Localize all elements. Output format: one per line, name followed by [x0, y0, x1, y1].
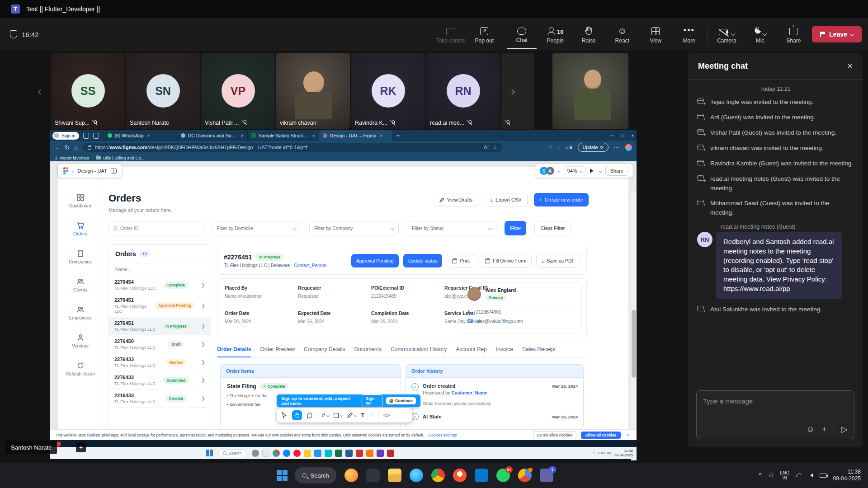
maximize-icon[interactable]: □ — [621, 133, 624, 138]
present-play-icon[interactable] — [590, 169, 596, 173]
tab-invoice[interactable]: Invoice — [496, 346, 513, 353]
tab-sales-receipt[interactable]: Sales Receipt — [522, 346, 556, 353]
file-explorer-icon[interactable] — [388, 469, 401, 482]
teams-icon[interactable]: 1 — [540, 469, 553, 482]
taskbar-app-icon[interactable] — [366, 469, 380, 482]
order-row[interactable]: 2276433TL Flex Holdings LLC Review❯ — [109, 353, 211, 371]
close-icon[interactable]: × — [147, 133, 150, 138]
sidebar-item-vendors[interactable]: Vendors — [58, 334, 103, 348]
chevron-down-icon[interactable] — [599, 169, 602, 172]
pdf-icon[interactable] — [356, 450, 363, 457]
tray-mic-icon[interactable] — [769, 472, 773, 478]
take-control-button[interactable]: Take control — [436, 19, 466, 49]
save-as-pdf-button[interactable]: ↓Save as PDF — [536, 254, 580, 267]
video-tile[interactable]: SS Shivani Sup... — [51, 53, 125, 129]
pin-presenter-button[interactable]: + — [76, 442, 86, 452]
order-row[interactable]: 2276450TL Flex Holdings LLC Draft❯ — [109, 335, 211, 353]
video-tile[interactable]: vikram chavan — [276, 53, 350, 129]
update-browser-button[interactable]: Update⟳ — [578, 143, 609, 152]
figma-signup-button[interactable]: Sign up — [362, 394, 382, 407]
sidebar-item-refresh-token[interactable]: Refresh Token — [58, 362, 103, 376]
chevron-down-icon[interactable] — [557, 169, 561, 172]
browser-tab[interactable]: DC Divisions and Surroundings× — [177, 130, 247, 141]
sidebar-item-dashboard[interactable]: Dashboard — [58, 194, 103, 208]
browser-signin-button[interactable]: Sign in — [52, 132, 79, 140]
layers-panel-icon[interactable] — [111, 169, 117, 174]
tab-communication-history[interactable]: Communication History — [391, 346, 447, 353]
taskbar-app-icon[interactable] — [377, 450, 384, 457]
order-row-selected[interactable]: 2276451TL Flex Holdings LLC In Progress❯ — [109, 317, 211, 335]
order-row[interactable]: 2279454TL Flex Holdings LLC Complete❯ — [109, 276, 211, 294]
browser-tab-active[interactable]: Design - UAT – Figma× — [319, 130, 392, 141]
filter-clear-button[interactable]: Clear Filter — [534, 221, 571, 235]
fill-online-form-button[interactable]: Fill Online Form — [480, 254, 532, 267]
start-icon[interactable] — [277, 470, 288, 481]
resources-tool-icon[interactable]: ⁘ — [369, 412, 374, 418]
sidebar-item-orders[interactable]: Orders — [58, 222, 103, 236]
remote-search-box[interactable]: Search — [218, 449, 246, 457]
chrome-icon[interactable] — [273, 450, 280, 457]
allow-cookies-button[interactable]: Allow all cookies — [581, 432, 621, 439]
react-button[interactable]: ☺ React — [607, 19, 637, 49]
clock[interactable]: 11:38 08-04-2025 — [833, 469, 861, 482]
create-new-order-button[interactable]: + Create new order — [534, 193, 589, 206]
taskbar-app-icon[interactable] — [262, 450, 269, 457]
sidebar-item-employees[interactable]: Employees — [58, 306, 103, 320]
more-button[interactable]: ••• More — [674, 19, 704, 49]
zoom-level-select[interactable]: 94% — [564, 166, 585, 175]
chevron-down-icon[interactable] — [71, 169, 74, 172]
collections-star-icon[interactable]: ☆≡ — [565, 145, 572, 150]
volume-icon[interactable] — [808, 473, 813, 478]
filter-apply-button[interactable]: Filter — [505, 221, 526, 235]
filter-status-select[interactable]: Filter by Status — [407, 221, 496, 235]
language-indicator[interactable]: ENGIN — [780, 470, 790, 481]
canvas-scrollbar[interactable] — [631, 192, 637, 460]
order-row[interactable]: 2279451TL Flex Holdings LLC Approval Pen… — [109, 294, 211, 317]
taskbar-search-box[interactable]: Search — [295, 467, 336, 483]
folder-icon[interactable] — [304, 450, 311, 457]
close-icon[interactable]: × — [380, 133, 382, 138]
settings-more-icon[interactable]: ⋯ — [614, 145, 620, 150]
tab-order-details[interactable]: Order Details — [217, 346, 251, 353]
firefox-icon[interactable] — [344, 469, 358, 482]
dev-mode-toggle-icon[interactable]: </> — [383, 413, 390, 418]
tab-documents[interactable]: Documents — [354, 346, 382, 353]
brave-icon[interactable] — [453, 469, 467, 482]
tab-actions-icon[interactable] — [93, 133, 99, 139]
video-tile-active-speaker[interactable]: SN Santosh Narate — [126, 53, 200, 129]
battery-icon[interactable] — [820, 474, 827, 478]
tab-company-details[interactable]: Company Details — [304, 346, 345, 353]
chrome-icon[interactable] — [431, 469, 445, 482]
deny-cookies-button[interactable]: Do not allow cookies — [533, 431, 576, 439]
chat-button[interactable]: = Chat — [507, 19, 537, 49]
leave-button[interactable]: Leave — [812, 26, 862, 42]
copilot-tab-icon[interactable] — [83, 133, 89, 139]
contact-phone[interactable]: 2123874901 — [467, 310, 575, 314]
chevron-down-icon[interactable] — [731, 31, 735, 36]
close-icon[interactable]: × — [631, 133, 634, 138]
taskbar-app-icon[interactable] — [252, 450, 259, 457]
minimize-icon[interactable]: ─ — [611, 133, 614, 138]
order-row[interactable]: 2276433TL Flex Holdings LLC Submitted❯ — [109, 371, 211, 389]
tiles-scroll-right-button[interactable] — [506, 86, 518, 98]
sidebar-item-companies[interactable]: Companies — [58, 250, 103, 264]
tray-expand-icon[interactable]: ^ — [759, 472, 762, 479]
filter-domicile-select[interactable]: Filter by Domicile — [212, 221, 301, 235]
start-icon[interactable] — [206, 450, 213, 456]
people-button[interactable]: 10 People — [540, 19, 570, 49]
pop-out-button[interactable]: ↗ Pop out — [469, 19, 499, 49]
edge-icon[interactable] — [283, 450, 290, 457]
language-indicator[interactable]: ENG IN — [599, 451, 611, 455]
figma-doc-title[interactable]: Design - UAT — [78, 168, 107, 174]
figma-share-button[interactable]: Share — [605, 166, 628, 176]
video-tile[interactable]: VP Vishal Patil ... — [201, 53, 275, 129]
new-tab-button[interactable]: + — [396, 132, 400, 139]
browser-tab[interactable]: (6) WhatsApp× — [104, 130, 177, 141]
figma-canvas[interactable]: Dashboard Orders Companies Clients Emplo… — [50, 161, 637, 429]
browser-tab[interactable]: Sample Salary Structure with calc× — [247, 130, 319, 141]
chevron-down-icon[interactable] — [762, 31, 767, 36]
shape-tool-icon[interactable] — [334, 413, 343, 418]
import-favorites-button[interactable]: ⤓Import favorites — [55, 155, 89, 160]
refresh-icon[interactable]: ↻ — [65, 144, 70, 151]
filter-company-select[interactable]: Filter by Company — [309, 221, 399, 235]
